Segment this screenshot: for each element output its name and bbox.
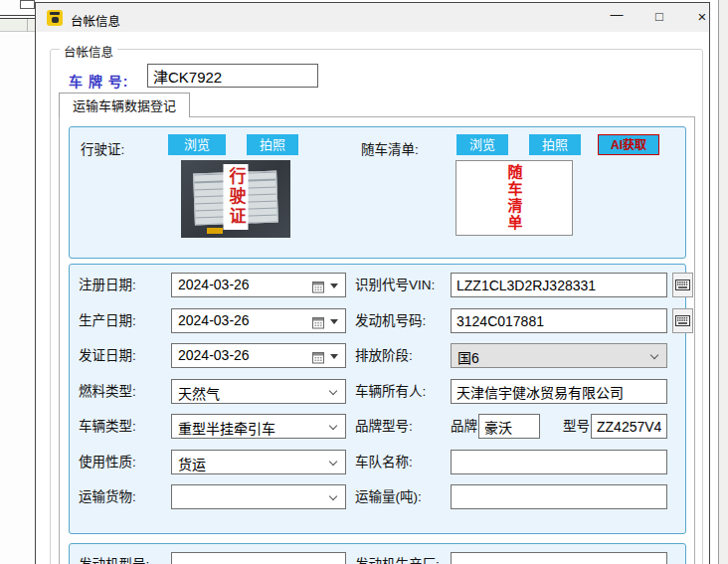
engine-model-input[interactable] [171, 552, 346, 564]
manifest-label: 随车清单: [361, 137, 419, 162]
engine-number-input[interactable] [451, 308, 667, 333]
dropdown-arrow-icon [330, 283, 338, 288]
license-photo-button[interactable]: 拍照 [247, 134, 298, 155]
manifest-preview: 随车清单 [455, 160, 573, 236]
background-cell [20, 0, 35, 9]
register-date-picker[interactable]: 2024-03-26 [171, 273, 346, 297]
keyboard-icon [675, 315, 690, 326]
engine-manufacturer-label: 发动机生产厂: [355, 552, 440, 564]
issue-date-label: 发证日期: [79, 343, 136, 368]
chevron-down-icon [329, 387, 337, 395]
engine-model-label: 发动机型号: [79, 552, 149, 564]
fuel-type-label: 燃料类型: [79, 379, 136, 404]
background-toolbar-band [0, 19, 35, 32]
owner-input[interactable] [451, 379, 667, 404]
dropdown-arrow-icon [330, 354, 338, 359]
chevron-down-icon [329, 458, 337, 466]
vehicle-form-panel: 注册日期: 2024-03-26 识别代号VIN: 生产日期: 2024-03-… [69, 264, 686, 534]
minimize-icon[interactable]: — [595, 3, 638, 32]
background-window-left [0, 0, 35, 564]
cargo-combo[interactable] [171, 484, 346, 509]
background-gray-strip [719, 0, 728, 564]
calendar-icon [312, 315, 324, 333]
tab-vehicle-data-registration[interactable]: 运输车辆数据登记 [59, 93, 190, 117]
owner-label: 车辆所有人: [355, 379, 426, 404]
dropdown-arrow-icon [330, 319, 338, 324]
manifest-placeholder-text: 随车清单 [504, 161, 525, 235]
maximize-icon[interactable]: □ [637, 3, 681, 32]
fleet-name-label: 车队名称: [355, 450, 413, 474]
model-sublabel: 型号 [563, 414, 590, 439]
manifest-photo-button[interactable]: 拍照 [529, 134, 581, 155]
use-nature-combo[interactable]: 货运 [171, 450, 346, 474]
manifest-ai-fetch-button[interactable]: AI获取 [598, 134, 659, 155]
engine-number-label: 发动机号码: [355, 308, 426, 333]
title-bar[interactable]: 台帐信息 — □ × [36, 3, 709, 32]
calendar-icon [312, 280, 324, 297]
license-watermark-text: 行驶证 [224, 164, 249, 230]
dialog-client-area: 台帐信息 车 牌 号: 运输车辆数据登记 行驶证: 浏览 拍照 行驶证 随车清单… [36, 32, 709, 564]
background-column-divider [27, 19, 28, 32]
model-input[interactable] [591, 414, 667, 439]
chevron-down-icon [329, 422, 337, 430]
groupbox-title: 台帐信息 [60, 42, 117, 61]
transport-volume-label: 运输量(吨): [355, 484, 422, 509]
vin-keyboard-button[interactable] [672, 273, 693, 297]
issue-date-picker[interactable]: 2024-03-26 [171, 343, 346, 368]
close-icon[interactable]: × [680, 3, 710, 32]
production-date-label: 生产日期: [79, 308, 136, 333]
use-nature-label: 使用性质: [79, 450, 136, 474]
chevron-down-icon [650, 351, 658, 359]
brand-sublabel: 品牌 [451, 414, 477, 439]
emission-stage-label: 排放阶段: [355, 343, 413, 368]
vehicle-type-label: 车辆类型: [79, 414, 136, 439]
register-date-label: 注册日期: [79, 273, 136, 297]
engine-keyboard-button[interactable] [672, 308, 693, 333]
vin-input[interactable] [451, 273, 667, 297]
license-label: 行驶证: [81, 137, 124, 162]
documents-panel: 行驶证: 浏览 拍照 行驶证 随车清单: 浏览 拍照 AI获取 随车清单 [69, 126, 686, 259]
window-title: 台帐信息 [71, 11, 120, 30]
app-icon [47, 10, 63, 26]
vehicle-type-combo[interactable]: 重型半挂牵引车 [171, 414, 346, 439]
fuel-type-combo[interactable]: 天然气 [171, 379, 346, 404]
brand-input[interactable] [478, 414, 540, 439]
calendar-icon [312, 350, 324, 368]
emission-stage-combo[interactable]: 国6 [451, 343, 667, 368]
plate-number-input[interactable] [147, 64, 318, 88]
chevron-down-icon [329, 492, 337, 500]
fleet-name-input[interactable] [451, 450, 667, 474]
keyboard-icon [675, 280, 690, 290]
ledger-groupbox: 台帐信息 车 牌 号: 运输车辆数据登记 行驶证: 浏览 拍照 行驶证 随车清单… [50, 49, 703, 564]
background-window-right [710, 0, 728, 564]
license-browse-button[interactable]: 浏览 [168, 134, 226, 155]
transport-volume-input[interactable] [451, 484, 667, 509]
engine-panel: 发动机型号: 发动机生产厂: [69, 543, 686, 564]
driving-license-photo: 行驶证 [181, 160, 290, 238]
engine-manufacturer-input[interactable] [451, 552, 667, 564]
vin-label: 识别代号VIN: [355, 273, 435, 297]
production-date-picker[interactable]: 2024-03-26 [171, 308, 346, 333]
ledger-dialog: 台帐信息 — □ × 台帐信息 车 牌 号: 运输车辆数据登记 行驶证: 浏览 … [35, 2, 710, 564]
cargo-label: 运输货物: [79, 484, 136, 509]
tab-page: 行驶证: 浏览 拍照 行驶证 随车清单: 浏览 拍照 AI获取 随车清单 [59, 116, 695, 564]
manifest-browse-button[interactable]: 浏览 [456, 134, 508, 155]
brand-model-label: 品牌型号: [355, 414, 413, 439]
plate-number-label: 车 牌 号: [69, 71, 128, 91]
license-badge [207, 228, 223, 234]
